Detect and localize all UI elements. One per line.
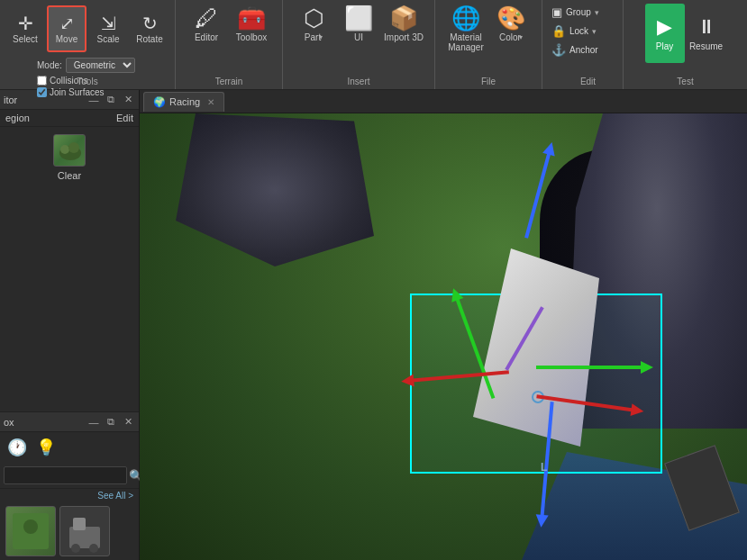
bottom-panel: ox — ⧉ ✕ 🕐 💡 [0,411,139,560]
bulb-button[interactable]: 💡 [36,438,56,457]
search-input[interactable] [4,466,127,484]
bottom-panel-close-btn[interactable]: ✕ [121,415,135,429]
region-edit-row: egion Edit [0,110,139,127]
clock-icon: 🕐 [7,438,27,456]
main-area: itor — ⧉ ✕ egion Edit [0,90,747,560]
bottom-panel-controls: — ⧉ ✕ [87,415,135,429]
lock-icon: 🔒 [551,24,566,38]
popout-icon-2: ⧉ [107,416,114,428]
editor-icon: 🖊 [195,6,218,30]
bottom-panel-title: ox [4,417,14,428]
bottom-panel-popout-btn[interactable]: ⧉ [104,415,118,429]
mode-dropdown[interactable]: Geometric Local Global [66,58,135,73]
color-button[interactable]: 🎨 Color ▾ [489,1,533,66]
test-section-label: Test [624,77,747,86]
left-panel: itor — ⧉ ✕ egion Edit [0,90,140,560]
lock-label: Lock [569,26,588,36]
material-manager-button[interactable]: 🌐 Material Manager [444,1,487,66]
viewport: 🌍 Racing ✕ [140,90,747,560]
svg-point-2 [68,142,79,153]
tab-world-icon: 🌍 [153,96,166,108]
material-manager-icon: 🌐 [451,6,480,30]
svg-point-6 [71,544,80,553]
group-chevron-icon: ▾ [595,8,599,17]
play-button[interactable]: ▶ Play [645,4,685,63]
toolbar-file-section: 🌐 Material Manager 🎨 Color ▾ File [435,0,542,89]
play-icon: ▶ [657,15,672,39]
toolbar-insert-section: ⬡ Part ▾ ⬜ UI 📦 Import 3D Insert [283,0,435,89]
import3d-button[interactable]: 📦 Import 3D [382,1,425,66]
see-all-row[interactable]: See All > [0,489,139,502]
tab-close-btn[interactable]: ✕ [207,97,214,107]
gizmo-green-right-arrow[interactable] [536,366,644,369]
color-btn-wrap: Color ▾ [499,32,523,42]
join-surfaces-label: Join Surfaces [50,87,105,97]
search-row: 🔍 ⚙ [0,463,139,489]
insert-buttons: ⬡ Part ▾ ⬜ UI 📦 Import 3D [288,4,429,73]
anchor-button[interactable]: ⚓ Anchor [548,41,617,59]
clock-button[interactable]: 🕐 [7,438,27,457]
resume-button[interactable]: ⏸ Resume [687,4,726,63]
part-button[interactable]: ⬡ Part ▾ [292,1,335,66]
toolbox-icon: 🧰 [237,6,266,30]
region-label: egion [5,113,30,123]
tools-section-label: Tools [0,77,175,86]
clear-label[interactable]: Clear [0,170,139,181]
color-icon: 🎨 [496,6,525,30]
see-all-label: See All > [97,491,133,501]
editor-button[interactable]: 🖊 Editor [185,1,228,66]
test-buttons: ▶ Play ⏸ Resume [642,4,730,73]
toolbar-terrain-section: 🖊 Editor 🧰 Toolbox Terrain [176,0,283,89]
material-manager-label: Material Manager [446,32,486,52]
import3d-icon: 📦 [389,6,418,30]
edit-label[interactable]: Edit [116,113,133,123]
viewport-canvas[interactable]: L [140,113,747,560]
minimize-icon-2: — [89,417,99,428]
group-button[interactable]: ▣ Group ▾ [548,4,617,21]
asset-thumbs-row [0,502,139,560]
ui-button[interactable]: ⬜ UI [337,1,380,66]
scale-icon: ⇲ [101,14,116,32]
terrain-buttons: 🖊 Editor 🧰 Toolbox [181,4,277,73]
play-label: Play [656,41,673,51]
mode-row: Mode: Geometric Local Global [37,58,138,73]
file-buttons: 🌐 Material Manager 🎨 Color ▾ [441,4,536,73]
move-button[interactable]: ⤢ Move [47,5,87,52]
svg-point-4 [23,519,38,534]
asset-2-svg [62,509,107,554]
toolbar-tools-section: ✛ Select ⤢ Move ⇲ Scale ↻ Rotate Mode: G… [0,0,176,89]
bottom-panel-icons-row: 🕐 💡 [0,432,139,463]
racing-tab[interactable]: 🌍 Racing ✕ [143,92,224,112]
anchor-label: Anchor [569,45,598,55]
select-icon: ✛ [18,14,33,32]
svg-rect-8 [73,518,86,530]
part-btn-wrap: Part ▾ [305,32,323,42]
bottom-panel-minimize-btn[interactable]: — [87,415,101,429]
toolbox-button[interactable]: 🧰 Toolbox [230,1,273,66]
join-surfaces-checkbox[interactable] [37,87,47,97]
import3d-label: Import 3D [384,32,424,42]
asset-thumb-2[interactable] [59,506,110,556]
join-surfaces-checkbox-row[interactable]: Join Surfaces [37,87,105,97]
select-label: Select [13,34,38,44]
resume-icon: ⏸ [697,15,716,39]
toolbar: ✛ Select ⤢ Move ⇲ Scale ↻ Rotate Mode: G… [0,0,747,90]
tools-options: Mode: Geometric Local Global Collisions … [33,52,141,98]
file-section-label: File [435,77,542,86]
close-icon-2: ✕ [124,416,132,428]
mode-text: Mode: [37,60,62,70]
part-arrow-icon: ▾ [319,33,323,41]
toolbar-test-section: ▶ Play ⏸ Resume Test [624,0,747,89]
group-icon: ▣ [551,5,562,19]
scale-button[interactable]: ⇲ Scale [88,5,128,52]
left-panel-title: itor [4,95,17,105]
asset-1-svg [8,509,53,554]
rotate-label: Rotate [136,34,162,44]
lock-button[interactable]: 🔒 Lock ▾ [548,23,617,40]
rotate-button[interactable]: ↻ Rotate [130,5,169,52]
scale-label: Scale [96,34,119,44]
editor-label: Editor [195,32,218,42]
select-button[interactable]: ✛ Select [5,5,45,52]
asset-thumb-1[interactable] [5,506,56,556]
toolbox-label: Toolbox [236,32,267,42]
